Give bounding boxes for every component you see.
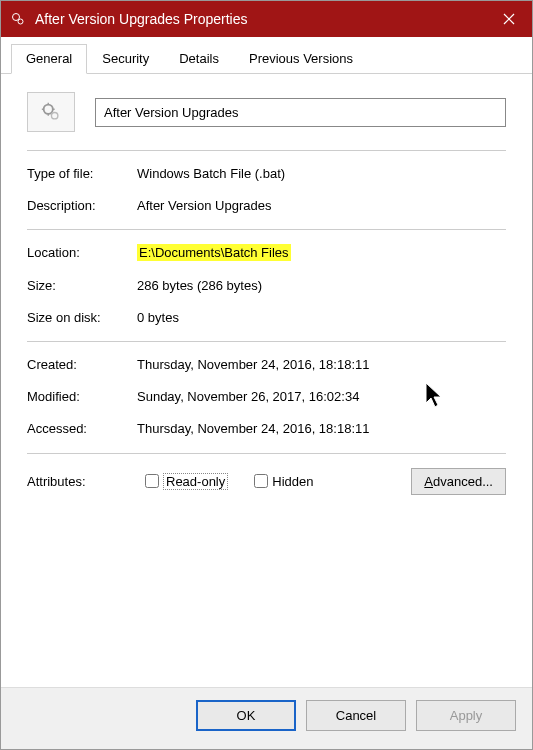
- app-icon: [9, 10, 27, 28]
- label-type-of-file: Type of file:: [27, 165, 137, 183]
- file-type-icon: [27, 92, 75, 132]
- label-size: Size:: [27, 277, 137, 295]
- tab-details[interactable]: Details: [164, 44, 234, 74]
- label-size-on-disk: Size on disk:: [27, 309, 137, 327]
- value-size-on-disk: 0 bytes: [137, 309, 506, 327]
- checkbox-hidden-label: Hidden: [272, 474, 313, 489]
- checkbox-read-only-label: Read-only: [163, 473, 228, 490]
- window-title: After Version Upgrades Properties: [35, 11, 486, 27]
- divider: [27, 229, 506, 230]
- tab-security[interactable]: Security: [87, 44, 164, 74]
- label-accessed: Accessed:: [27, 420, 137, 438]
- dialog-footer: OK Cancel Apply: [1, 687, 532, 749]
- svg-point-1: [18, 19, 23, 24]
- value-created: Thursday, November 24, 2016, 18:18:11: [137, 356, 506, 374]
- ok-button[interactable]: OK: [196, 700, 296, 731]
- svg-point-5: [51, 112, 57, 118]
- value-description: After Version Upgrades: [137, 197, 506, 215]
- value-location: E:\Documents\Batch Files: [137, 244, 291, 261]
- value-size: 286 bytes (286 bytes): [137, 277, 506, 295]
- file-name-input[interactable]: [95, 98, 506, 127]
- label-description: Description:: [27, 197, 137, 215]
- divider: [27, 150, 506, 151]
- tab-content: Type of file: Windows Batch File (.bat) …: [1, 74, 532, 505]
- tab-previous-versions[interactable]: Previous Versions: [234, 44, 368, 74]
- tab-general[interactable]: General: [11, 44, 87, 74]
- divider: [27, 453, 506, 454]
- svg-point-4: [44, 105, 53, 114]
- label-modified: Modified:: [27, 388, 137, 406]
- divider: [27, 341, 506, 342]
- label-attributes: Attributes:: [27, 474, 137, 489]
- titlebar: After Version Upgrades Properties: [1, 1, 532, 37]
- checkbox-hidden-input[interactable]: [254, 474, 268, 488]
- checkbox-read-only[interactable]: Read-only: [145, 473, 228, 490]
- close-button[interactable]: [486, 1, 532, 37]
- label-created: Created:: [27, 356, 137, 374]
- cancel-button[interactable]: Cancel: [306, 700, 406, 731]
- apply-button: Apply: [416, 700, 516, 731]
- tabstrip: General Security Details Previous Versio…: [1, 37, 532, 74]
- value-type-of-file: Windows Batch File (.bat): [137, 165, 506, 183]
- value-accessed: Thursday, November 24, 2016, 18:18:11: [137, 420, 506, 438]
- checkbox-read-only-input[interactable]: [145, 474, 159, 488]
- value-modified: Sunday, November 26, 2017, 16:02:34: [137, 388, 506, 406]
- checkbox-hidden[interactable]: Hidden: [254, 474, 313, 489]
- label-location: Location:: [27, 244, 137, 262]
- advanced-button[interactable]: Advanced...: [411, 468, 506, 495]
